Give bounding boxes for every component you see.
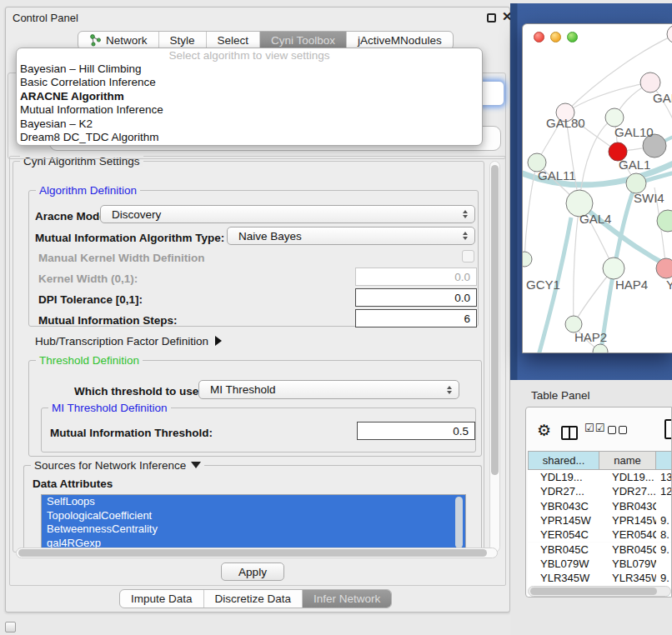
- hub-definition-expander[interactable]: Hub/Transcription Factor Definition: [35, 335, 222, 348]
- network-view-window: GAL GAL80 GAL10 GAL1 GAL11 SWI4 GAL4 GCY…: [522, 23, 672, 353]
- combo-arrows-icon: [463, 228, 468, 244]
- attribute-item[interactable]: TopologicalCoefficient: [42, 509, 465, 523]
- collapse-arrow-icon: [191, 462, 201, 468]
- aracne-mode-label: Aracne Mode:: [35, 210, 109, 222]
- mi-threshold-label: Mutual Information Threshold:: [50, 427, 213, 439]
- attribute-item[interactable]: BetweennessCentrality: [42, 522, 465, 537]
- network-node-gcy1[interactable]: [523, 252, 532, 267]
- data-attributes-list: SelfLoops TopologicalCoefficient Between…: [41, 494, 466, 551]
- table-row[interactable]: YDR27...YDR27...12: [528, 484, 672, 498]
- table-row[interactable]: YLR345WYLR345W9.: [528, 571, 672, 585]
- table-panel: Table Panel ⚙ ☑☑ shared... name YDL19...…: [510, 380, 672, 635]
- table-row[interactable]: YER054CYER054C8.: [528, 528, 672, 542]
- cyni-algorithm-settings-group: Cyni Algorithm Settings Algorithm Defini…: [13, 161, 484, 552]
- algorithm-option[interactable]: Bayesian – K2: [17, 118, 482, 131]
- network-node-gal-top[interactable]: [640, 72, 660, 92]
- svg-text:GAL4: GAL4: [579, 212, 611, 226]
- float-window-icon[interactable]: [487, 13, 496, 22]
- table-horizontal-scrollbar[interactable]: [528, 586, 671, 597]
- algorithm-option[interactable]: Bayesian – Hill Climbing: [17, 62, 482, 76]
- algorithm-option[interactable]: Basic Correlation Inference: [17, 76, 482, 89]
- control-panel-title: Control Panel: [13, 12, 78, 24]
- svg-text:Y: Y: [666, 278, 672, 292]
- kernel-width-field[interactable]: 0.0: [355, 268, 477, 286]
- expander-arrow-icon: [215, 336, 222, 346]
- network-node-hap4[interactable]: [603, 258, 624, 279]
- aracne-mode-combobox[interactable]: Discovery: [100, 205, 475, 223]
- apply-button[interactable]: Apply: [221, 562, 284, 581]
- column-header-shared[interactable]: shared...: [528, 451, 599, 470]
- mi-steps-field[interactable]: 6: [355, 309, 477, 328]
- tab-network[interactable]: Network: [78, 32, 159, 49]
- network-tab-icon: [89, 34, 102, 47]
- tab-network-label: Network: [106, 34, 148, 47]
- bottom-tabbar: Impute Data Discretize Data Infer Networ…: [119, 589, 392, 608]
- svg-text:GAL10: GAL10: [614, 125, 654, 139]
- mi-type-combobox[interactable]: Naive Bayes: [227, 227, 475, 245]
- control-panel: Control Panel ✕ Network Style Select Cyn…: [5, 7, 510, 612]
- tab-jactivemnodules[interactable]: jActiveMNodules: [347, 32, 453, 49]
- network-node-salmon[interactable]: [656, 258, 672, 278]
- network-graph: GAL GAL80 GAL10 GAL1 GAL11 SWI4 GAL4 GCY…: [523, 24, 672, 353]
- network-node[interactable]: [657, 210, 672, 232]
- tab-cyni-toolbox[interactable]: Cyni Toolbox: [260, 32, 347, 49]
- which-threshold-combobox[interactable]: MI Threshold: [198, 380, 459, 399]
- svg-text:HAP4: HAP4: [615, 278, 648, 292]
- table-row[interactable]: YBL079WYBL079W: [528, 557, 672, 571]
- tab-infer-network[interactable]: Infer Network: [303, 590, 391, 608]
- which-threshold-label: Which threshold to use:: [74, 385, 203, 398]
- select-all-checks-icon[interactable]: ☑☑: [584, 422, 605, 434]
- column-header-extra[interactable]: [656, 451, 672, 470]
- sources-group: Sources for Network Inference Data Attri…: [23, 465, 482, 552]
- network-node[interactable]: [593, 344, 608, 353]
- gear-icon[interactable]: ⚙: [537, 421, 551, 440]
- svg-text:SWI4: SWI4: [634, 191, 664, 205]
- tab-style[interactable]: Style: [159, 32, 207, 49]
- scrollbar-thumb[interactable]: [530, 588, 657, 595]
- table-row[interactable]: YBR045CYBR045C9.: [528, 542, 672, 557]
- mi-type-label: Mutual Information Algorithm Type:: [35, 232, 224, 244]
- network-node[interactable]: [605, 108, 624, 127]
- settings-vertical-scrollbar[interactable]: [489, 161, 500, 552]
- mi-threshold-group: MI Threshold Definition Mutual Informati…: [41, 408, 476, 452]
- table-row[interactable]: YPR145WYPR145W9.: [528, 513, 672, 528]
- document-icon[interactable]: [664, 419, 672, 439]
- manual-kernel-label: Manual Kernel Width Definition: [38, 252, 204, 264]
- table-row[interactable]: YDL19...YDL19...13: [528, 470, 672, 484]
- data-attributes-label: Data Attributes: [33, 478, 113, 490]
- algorithm-option-selected[interactable]: ARACNE Algorithm: [17, 90, 482, 103]
- combo-arrows-icon: [463, 206, 468, 222]
- svg-text:GAL: GAL: [653, 91, 672, 105]
- split-columns-icon[interactable]: [561, 426, 578, 440]
- manual-kernel-checkbox[interactable]: [462, 250, 474, 262]
- svg-text:GAL1: GAL1: [619, 158, 650, 172]
- mi-threshold-field[interactable]: 0.5: [357, 422, 475, 440]
- network-nodes: [523, 25, 672, 353]
- deselect-all-checks-icon[interactable]: [608, 424, 629, 437]
- tab-impute-data[interactable]: Impute Data: [120, 590, 204, 608]
- threshold-definition-group: Threshold Definition Which threshold to …: [28, 360, 482, 457]
- scrollbar-thumb[interactable]: [18, 549, 487, 557]
- tab-select[interactable]: Select: [207, 32, 261, 49]
- svg-text:GAL80: GAL80: [546, 116, 585, 130]
- settings-horizontal-scrollbar[interactable]: [16, 548, 498, 558]
- svg-text:HAP2: HAP2: [574, 330, 607, 344]
- attribute-list-scrollbar[interactable]: [455, 497, 463, 548]
- table-panel-title: Table Panel: [531, 389, 590, 402]
- table-row[interactable]: YBR043CYBR043C: [528, 499, 672, 513]
- tab-discretize-data[interactable]: Discretize Data: [204, 590, 303, 608]
- popup-prompt: Select algorithm to view settings: [17, 49, 482, 62]
- table-window: ⚙ ☑☑ shared... name YDL19...YDL19...13 Y…: [525, 407, 672, 598]
- attribute-item[interactable]: SelfLoops: [42, 495, 465, 509]
- algorithm-option[interactable]: Dream8 DC_TDC Algorithm: [17, 131, 482, 144]
- collapsed-panel-icon[interactable]: [5, 622, 16, 632]
- column-header-name[interactable]: name: [599, 451, 656, 470]
- dpi-tolerance-field[interactable]: 0.0: [355, 288, 477, 307]
- kernel-width-label: Kernel Width (0,1):: [38, 272, 138, 285]
- sources-collapser[interactable]: Sources for Network Inference: [31, 459, 204, 472]
- algorithm-dropdown-popup: Select algorithm to view settings Bayesi…: [16, 48, 483, 146]
- algorithm-option[interactable]: Mutual Information Inference: [17, 103, 482, 117]
- combo-arrows-icon: [447, 381, 452, 398]
- network-node[interactable]: [667, 25, 672, 43]
- scrollbar-thumb[interactable]: [491, 165, 499, 475]
